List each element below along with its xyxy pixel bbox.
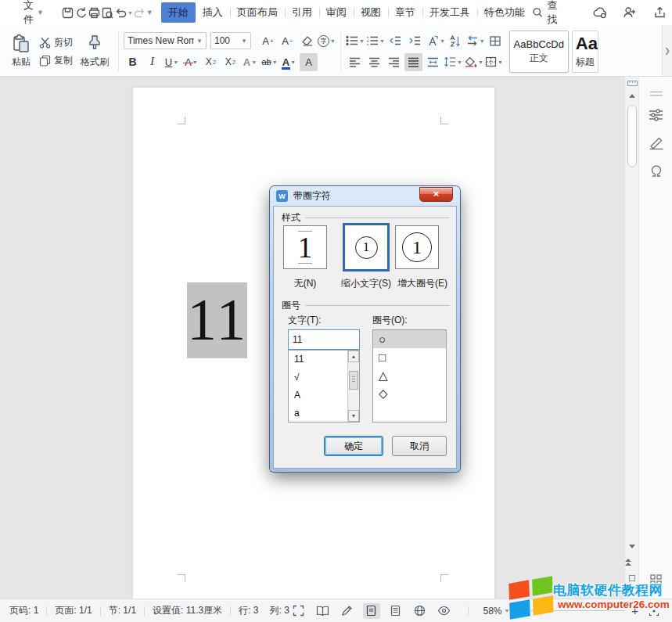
fullscreen-button[interactable] [290, 603, 307, 619]
zoom-slider-handle[interactable] [537, 608, 542, 613]
copy-button[interactable]: 复制 [39, 54, 73, 67]
selected-text[interactable]: 11 [187, 282, 247, 358]
redo-button[interactable] [133, 4, 146, 21]
justify-button[interactable] [404, 53, 422, 71]
italic-button[interactable]: I [143, 53, 161, 71]
eye-protection-button[interactable] [436, 603, 453, 619]
circle-option-square[interactable]: □ [373, 348, 446, 366]
tab-review[interactable]: 审阅 [319, 2, 354, 23]
page-view-button[interactable] [363, 603, 380, 619]
strikethrough-button[interactable]: A▼ [182, 53, 200, 71]
scroll-down-button[interactable] [625, 545, 639, 548]
scroll-up-button[interactable] [625, 94, 639, 98]
export-button[interactable] [74, 4, 88, 21]
circle-option-circle[interactable]: ○ [373, 330, 446, 348]
scroll-up-button[interactable]: ▲ [348, 351, 359, 362]
fit-page-button[interactable] [645, 603, 663, 619]
font-name-combo[interactable]: Times New Roma ▼ [124, 32, 207, 49]
cut-button[interactable]: 剪切 [39, 36, 73, 49]
enclosed-characters-button[interactable]: 字 ▼ [318, 32, 336, 50]
bold-button[interactable]: B [124, 53, 142, 71]
tab-developer[interactable]: 开发工具 [422, 2, 477, 23]
increase-font-button[interactable]: A+ [259, 32, 277, 50]
text-option[interactable]: A [289, 387, 348, 404]
circle-option-triangle[interactable]: △ [373, 366, 446, 384]
align-right-button[interactable] [385, 53, 403, 71]
scroll-down-button[interactable]: ▼ [348, 410, 359, 422]
distribute-button[interactable] [424, 53, 442, 71]
paste-button[interactable]: 粘贴 [6, 28, 36, 74]
print-preview-button[interactable] [101, 4, 114, 21]
text-direction-button[interactable]: ▼ [426, 32, 445, 50]
superscript-button[interactable]: X2 [202, 53, 220, 71]
tab-special-features[interactable]: 特色功能 [477, 2, 532, 23]
numbered-list-button[interactable]: ▼ [366, 32, 385, 50]
find-button[interactable]: 查找 [532, 0, 566, 27]
text-options-list[interactable]: 11 √ A a ▲ ▼ [288, 350, 360, 422]
borders-button[interactable]: ▼ [485, 53, 503, 71]
style-card-heading[interactable]: Aa 标题 [572, 31, 598, 73]
highlight-button[interactable]: ab▼ [261, 53, 279, 71]
browse-object-button[interactable] [625, 575, 639, 581]
sidebar-symbol-button[interactable] [639, 164, 672, 178]
ok-button[interactable]: 确定 [324, 436, 383, 456]
style-option-none[interactable]: 1 [283, 225, 327, 269]
customize-toolbar-button[interactable]: ▼ [146, 4, 153, 21]
write-mode-button[interactable] [339, 603, 356, 619]
scrollbar-thumb[interactable] [627, 105, 637, 167]
format-painter-button[interactable]: 格式刷 [76, 28, 113, 74]
cancel-button[interactable]: 取消 [392, 436, 447, 456]
tab-view[interactable]: 视图 [354, 2, 388, 23]
status-column[interactable]: 列: 3 [270, 604, 289, 617]
underline-button[interactable]: U▼ [163, 53, 181, 71]
tab-page-layout[interactable]: 页面布局 [230, 2, 285, 23]
line-spacing-button[interactable]: ▼ [444, 53, 462, 71]
zoom-out-button[interactable]: − [516, 605, 523, 617]
circle-option-diamond[interactable]: ◇ [373, 384, 446, 402]
style-option-enlarge-circle[interactable]: 1 [395, 225, 439, 269]
align-left-button[interactable] [346, 53, 364, 71]
add-user-button[interactable] [620, 4, 639, 21]
status-section[interactable]: 节: 1/1 [109, 604, 136, 617]
tab-references[interactable]: 引用 [285, 2, 319, 23]
status-page-number[interactable]: 页码: 1 [9, 604, 38, 617]
sidebar-settings-button[interactable] [639, 108, 672, 122]
align-center-button[interactable] [365, 53, 383, 71]
style-card-normal[interactable]: AaBbCcDd 正文 [509, 31, 569, 73]
share-button[interactable] [651, 4, 670, 21]
status-page-count[interactable]: 页面: 1/1 [55, 604, 92, 617]
sidebar-pen-button[interactable] [639, 136, 672, 150]
zoom-slider[interactable] [530, 610, 624, 611]
undo-dropdown-icon[interactable]: ▼ [128, 10, 133, 16]
circle-options-list[interactable]: ○ □ △ ◇ [372, 329, 447, 422]
tab-section[interactable]: 章节 [388, 2, 422, 23]
cloud-sync-button[interactable] [591, 4, 609, 21]
subscript-button[interactable]: X2 [221, 53, 239, 71]
shading-button[interactable]: ▼ [464, 53, 483, 71]
increase-indent-button[interactable] [406, 32, 424, 50]
sort-button[interactable] [447, 32, 465, 50]
outline-view-button[interactable] [387, 603, 404, 619]
insert-table-button[interactable] [487, 32, 505, 50]
ruler-toggle-button[interactable] [625, 80, 639, 87]
decrease-font-button[interactable]: A− [279, 32, 296, 50]
status-line[interactable]: 行: 3 [239, 604, 258, 617]
undo-button[interactable]: ▼ [114, 4, 133, 21]
vertical-scrollbar[interactable] [624, 77, 638, 599]
tab-insert[interactable]: 插入 [196, 2, 230, 23]
print-button[interactable] [88, 4, 101, 21]
text-option[interactable]: a [289, 404, 348, 422]
dialog-close-button[interactable]: × [419, 187, 453, 202]
cjk-layout-button[interactable]: ▼ [466, 32, 485, 50]
style-option-shrink-text[interactable]: 1 [343, 223, 390, 271]
bullet-list-button[interactable]: ▼ [346, 32, 365, 50]
text-effects-button[interactable]: A▼ [241, 53, 259, 71]
status-setting-value[interactable]: 设置值: 11.3厘米 [153, 604, 222, 617]
app-grid-icon[interactable] [639, 574, 672, 586]
document-area[interactable]: 11 W 带圈字符 × 样式 1 [0, 77, 624, 599]
font-size-combo[interactable]: 100 ▼ [210, 32, 251, 49]
decrease-indent-button[interactable] [386, 32, 404, 50]
tab-home[interactable]: 开始 [161, 2, 196, 23]
scrollbar-thumb[interactable] [349, 371, 358, 390]
style-gallery-more-button[interactable]: ❯ [662, 25, 672, 76]
